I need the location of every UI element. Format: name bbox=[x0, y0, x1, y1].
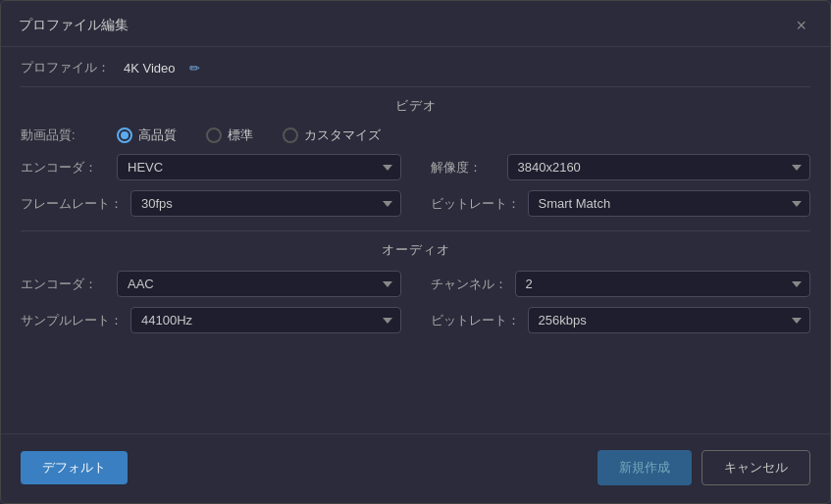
profile-label: プロファイル： bbox=[21, 59, 110, 76]
audio-section: オーディオ エンコーダ： AAC MP3 FLAC AC3 チャンネル： bbox=[1, 231, 830, 347]
video-encoder-select[interactable]: HEVC H.264 VP9 AV1 bbox=[117, 154, 401, 180]
samplerate-label: サンプルレート： bbox=[21, 312, 123, 329]
profile-edit-dialog: プロファイル編集 × プロファイル： 4K Video ✏ ビデオ 動画品質: … bbox=[0, 0, 831, 504]
samplerate-row: サンプルレート： 44100Hz 48000Hz 96000Hz bbox=[21, 307, 401, 333]
quality-custom-option[interactable]: カスタマイズ bbox=[283, 126, 381, 144]
quality-standard-label: 標準 bbox=[228, 126, 253, 144]
framerate-row: フレームレート： 30fps 60fps 24fps 25fps bbox=[21, 190, 401, 217]
video-bitrate-row: ビットレート： Smart Match 8Mbps 16Mbps 32Mbps bbox=[431, 190, 811, 217]
edit-icon[interactable]: ✏ bbox=[189, 61, 200, 76]
quality-standard-option[interactable]: 標準 bbox=[206, 126, 253, 144]
audio-section-header: オーディオ bbox=[21, 231, 810, 271]
footer: デフォルト 新規作成 キャンセル bbox=[1, 433, 830, 503]
video-bitrate-select[interactable]: Smart Match 8Mbps 16Mbps 32Mbps bbox=[528, 190, 811, 217]
quality-radio-group: 高品質 標準 カスタマイズ bbox=[117, 126, 810, 144]
channel-wrapper: 1 2 5.1 bbox=[515, 271, 811, 297]
default-button[interactable]: デフォルト bbox=[21, 451, 128, 484]
quality-custom-label: カスタマイズ bbox=[304, 126, 381, 144]
quality-high-label: 高品質 bbox=[138, 126, 177, 144]
framerate-select[interactable]: 30fps 60fps 24fps 25fps bbox=[130, 190, 401, 217]
quality-high-radio[interactable] bbox=[117, 127, 132, 143]
audio-encoder-select[interactable]: AAC MP3 FLAC AC3 bbox=[117, 271, 401, 297]
quality-label: 動画品質: bbox=[21, 126, 109, 144]
profile-row: プロファイル： 4K Video ✏ bbox=[1, 47, 830, 86]
video-encoder-wrapper: HEVC H.264 VP9 AV1 bbox=[117, 154, 401, 180]
dialog-title: プロファイル編集 bbox=[19, 17, 129, 34]
quality-standard-radio[interactable] bbox=[206, 127, 222, 143]
resolution-wrapper: 3840x2160 1920x1080 1280x720 640x480 bbox=[507, 154, 811, 180]
resolution-label: 解像度： bbox=[431, 159, 499, 176]
framerate-wrapper: 30fps 60fps 24fps 25fps bbox=[130, 190, 401, 217]
video-section: ビデオ 動画品質: 高品質 標準 カスタマイズ bbox=[1, 87, 830, 230]
audio-encoder-label: エンコーダ： bbox=[21, 276, 109, 293]
profile-name: 4K Video bbox=[124, 61, 176, 76]
video-encoder-row: エンコーダ： HEVC H.264 VP9 AV1 bbox=[21, 154, 401, 180]
quality-row: 動画品質: 高品質 標準 カスタマイズ bbox=[21, 126, 810, 144]
cancel-button[interactable]: キャンセル bbox=[701, 450, 810, 485]
audio-bitrate-wrapper: 128kbps 192kbps 256kbps 320kbps bbox=[528, 307, 811, 333]
channel-label: チャンネル： bbox=[431, 276, 507, 293]
video-form-grid: 動画品質: 高品質 標準 カスタマイズ bbox=[21, 126, 810, 230]
video-bitrate-label: ビットレート： bbox=[431, 195, 520, 213]
samplerate-select[interactable]: 44100Hz 48000Hz 96000Hz bbox=[130, 307, 401, 333]
resolution-select[interactable]: 3840x2160 1920x1080 1280x720 640x480 bbox=[507, 154, 811, 180]
samplerate-wrapper: 44100Hz 48000Hz 96000Hz bbox=[130, 307, 401, 333]
resolution-row: 解像度： 3840x2160 1920x1080 1280x720 640x48… bbox=[431, 154, 811, 180]
audio-bitrate-row: ビットレート： 128kbps 192kbps 256kbps 320kbps bbox=[431, 307, 811, 333]
quality-high-option[interactable]: 高品質 bbox=[117, 126, 177, 144]
video-encoder-label: エンコーダ： bbox=[21, 159, 109, 176]
audio-form-grid: エンコーダ： AAC MP3 FLAC AC3 チャンネル： 1 2 bbox=[21, 271, 810, 347]
channel-row: チャンネル： 1 2 5.1 bbox=[431, 271, 811, 297]
close-button[interactable]: × bbox=[790, 15, 812, 36]
video-section-header: ビデオ bbox=[21, 87, 810, 126]
framerate-label: フレームレート： bbox=[21, 195, 123, 213]
title-bar: プロファイル編集 × bbox=[1, 1, 830, 47]
quality-custom-radio[interactable] bbox=[283, 127, 298, 143]
create-button[interactable]: 新規作成 bbox=[597, 450, 692, 485]
audio-bitrate-select[interactable]: 128kbps 192kbps 256kbps 320kbps bbox=[528, 307, 811, 333]
audio-encoder-row: エンコーダ： AAC MP3 FLAC AC3 bbox=[21, 271, 401, 297]
audio-encoder-wrapper: AAC MP3 FLAC AC3 bbox=[117, 271, 401, 297]
channel-select[interactable]: 1 2 5.1 bbox=[515, 271, 811, 297]
audio-bitrate-label: ビットレート： bbox=[431, 312, 520, 329]
footer-button-group: 新規作成 キャンセル bbox=[597, 450, 810, 485]
video-bitrate-wrapper: Smart Match 8Mbps 16Mbps 32Mbps bbox=[528, 190, 811, 217]
